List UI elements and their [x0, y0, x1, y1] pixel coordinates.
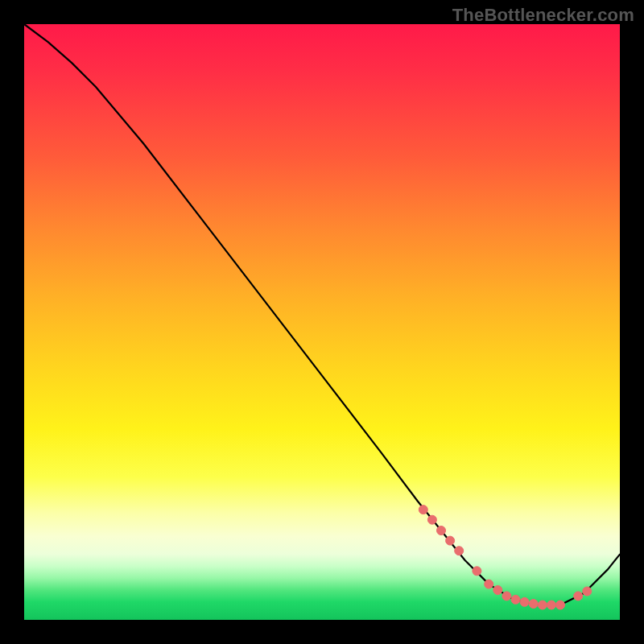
marker-dot — [455, 547, 464, 555]
marker-dot — [493, 586, 502, 595]
marker-dot — [427, 515, 436, 524]
chart-frame: TheBottlenecker.com — [0, 0, 644, 644]
marker-dot — [520, 597, 529, 606]
marker-dot — [473, 567, 481, 576]
marker-dot — [574, 592, 583, 601]
bottleneck-curve — [24, 24, 620, 605]
watermark-text: TheBottlenecker.com — [452, 5, 634, 26]
marker-dot — [437, 526, 446, 535]
marker-dot — [547, 601, 555, 609]
marker-dot — [556, 601, 565, 609]
marker-dot — [511, 595, 520, 604]
chart-svg — [24, 24, 620, 620]
plot-area — [24, 24, 620, 620]
marker-dot — [446, 536, 455, 545]
marker-dot — [502, 592, 511, 601]
marker-dot — [583, 587, 592, 596]
marker-group — [419, 506, 592, 609]
marker-dot — [419, 506, 427, 514]
marker-dot — [485, 580, 493, 588]
marker-dot — [529, 600, 538, 609]
marker-dot — [538, 601, 547, 609]
